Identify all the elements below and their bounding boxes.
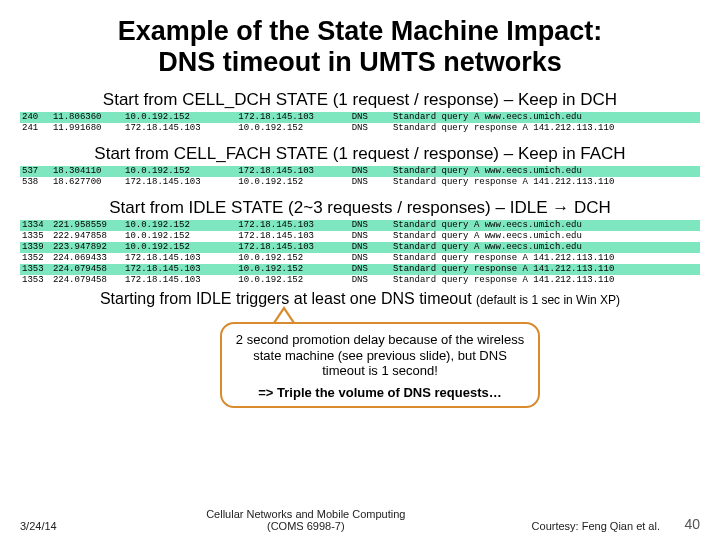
footer-date: 3/24/14	[20, 520, 80, 532]
packet-cell: Standard query response A 141.212.113.11…	[391, 264, 700, 275]
packet-row: 1335222.94785810.0.192.152172.18.145.103…	[20, 231, 700, 242]
packet-cell: 10.0.192.152	[123, 231, 236, 242]
packet-cell: 18.304110	[51, 166, 123, 177]
footer-center-l1: Cellular Networks and Mobile Computing	[206, 508, 405, 520]
packet-cell: Standard query A www.eecs.umich.edu	[391, 231, 700, 242]
title-line-1: Example of the State Machine Impact:	[118, 16, 603, 46]
packet-cell: 172.18.145.103	[236, 231, 349, 242]
packet-cell: DNS	[350, 264, 391, 275]
packet-cell: 10.0.192.152	[236, 264, 349, 275]
packet-cell: 537	[20, 166, 51, 177]
packet-cell: 221.958559	[51, 220, 123, 231]
packet-cell: 1334	[20, 220, 51, 231]
packet-cell: 10.0.192.152	[123, 166, 236, 177]
slide: Example of the State Machine Impact: DNS…	[0, 0, 720, 540]
packet-cell: 10.0.192.152	[236, 275, 349, 286]
packet-cell: Standard query response A 141.212.113.11…	[391, 177, 700, 188]
packet-trace-1: 24011.80636010.0.192.152172.18.145.103DN…	[20, 112, 700, 134]
packet-row: 24011.80636010.0.192.152172.18.145.103DN…	[20, 112, 700, 123]
caption-small: (default is 1 sec in Win XP)	[476, 293, 620, 307]
packet-row: 1352224.069433172.18.145.10310.0.192.152…	[20, 253, 700, 264]
packet-cell: 223.947892	[51, 242, 123, 253]
footer-page-number: 40	[660, 516, 700, 532]
packet-cell: 10.0.192.152	[236, 253, 349, 264]
packet-cell: 240	[20, 112, 51, 123]
packet-cell: 222.947858	[51, 231, 123, 242]
packet-cell: 538	[20, 177, 51, 188]
packet-cell: 172.18.145.103	[123, 264, 236, 275]
packet-cell: 1335	[20, 231, 51, 242]
section-heading-2: Start from CELL_FACH STATE (1 request / …	[20, 144, 700, 164]
packet-cell: 172.18.145.103	[123, 275, 236, 286]
callout-area: 2 second promotion delay because of the …	[20, 312, 700, 462]
packet-cell: 224.079458	[51, 275, 123, 286]
packet-cell: 10.0.192.152	[236, 177, 349, 188]
footer-center: Cellular Networks and Mobile Computing (…	[80, 508, 532, 532]
packet-cell: DNS	[350, 220, 391, 231]
packet-cell: Standard query A www.eecs.umich.edu	[391, 112, 700, 123]
packet-trace-3: 1334221.95855910.0.192.152172.18.145.103…	[20, 220, 700, 286]
packet-cell: 172.18.145.103	[123, 253, 236, 264]
packet-row: 1339223.94789210.0.192.152172.18.145.103…	[20, 242, 700, 253]
packet-cell: Standard query response A 141.212.113.11…	[391, 123, 700, 134]
packet-row: 1353224.079458172.18.145.10310.0.192.152…	[20, 275, 700, 286]
packet-cell: Standard query A www.eecs.umich.edu	[391, 242, 700, 253]
slide-title: Example of the State Machine Impact: DNS…	[20, 16, 700, 78]
packet-cell: Standard query response A 141.212.113.11…	[391, 253, 700, 264]
packet-row: 1353224.079458172.18.145.10310.0.192.152…	[20, 264, 700, 275]
caption-main: Starting from IDLE triggers at least one…	[100, 290, 476, 307]
packet-row: 24111.991680172.18.145.10310.0.192.152DN…	[20, 123, 700, 134]
packet-row: 53718.30411010.0.192.152172.18.145.103DN…	[20, 166, 700, 177]
packet-cell: 1353	[20, 275, 51, 286]
packet-cell: 172.18.145.103	[236, 166, 349, 177]
packet-cell: Standard query response A 141.212.113.11…	[391, 275, 700, 286]
packet-cell: DNS	[350, 123, 391, 134]
packet-cell: Standard query A www.eecs.umich.edu	[391, 166, 700, 177]
packet-cell: 1353	[20, 264, 51, 275]
packet-cell: DNS	[350, 112, 391, 123]
packet-cell: 172.18.145.103	[236, 242, 349, 253]
callout-text-2: => Triple the volume of DNS requests…	[232, 385, 528, 401]
title-line-2: DNS timeout in UMTS networks	[158, 47, 562, 77]
callout-box: 2 second promotion delay because of the …	[220, 322, 540, 408]
caption: Starting from IDLE triggers at least one…	[20, 290, 700, 308]
section-heading-1: Start from CELL_DCH STATE (1 request / r…	[20, 90, 700, 110]
packet-cell: 10.0.192.152	[123, 112, 236, 123]
packet-cell: DNS	[350, 166, 391, 177]
packet-cell: DNS	[350, 253, 391, 264]
packet-cell: DNS	[350, 177, 391, 188]
packet-cell: 241	[20, 123, 51, 134]
packet-cell: 18.627700	[51, 177, 123, 188]
packet-cell: 224.079458	[51, 264, 123, 275]
packet-row: 1334221.95855910.0.192.152172.18.145.103…	[20, 220, 700, 231]
packet-cell: 172.18.145.103	[236, 112, 349, 123]
packet-trace-2: 53718.30411010.0.192.152172.18.145.103DN…	[20, 166, 700, 188]
packet-cell: DNS	[350, 242, 391, 253]
packet-cell: 11.806360	[51, 112, 123, 123]
packet-cell: 172.18.145.103	[123, 177, 236, 188]
packet-row: 53818.627700172.18.145.10310.0.192.152DN…	[20, 177, 700, 188]
footer-center-l2: (COMS 6998-7)	[267, 520, 345, 532]
packet-cell: 10.0.192.152	[123, 242, 236, 253]
packet-cell: 1339	[20, 242, 51, 253]
packet-cell: 10.0.192.152	[236, 123, 349, 134]
footer-courtesy: Courtesy: Feng Qian et al.	[532, 520, 660, 532]
packet-cell: 1352	[20, 253, 51, 264]
callout-text-1: 2 second promotion delay because of the …	[232, 332, 528, 379]
packet-cell: DNS	[350, 275, 391, 286]
section-heading-3: Start from IDLE STATE (2~3 requests / re…	[20, 198, 700, 218]
packet-cell: 172.18.145.103	[123, 123, 236, 134]
packet-cell: 172.18.145.103	[236, 220, 349, 231]
packet-cell: 224.069433	[51, 253, 123, 264]
packet-cell: DNS	[350, 231, 391, 242]
footer: 3/24/14 Cellular Networks and Mobile Com…	[0, 508, 720, 532]
packet-cell: 11.991680	[51, 123, 123, 134]
packet-cell: Standard query A www.eecs.umich.edu	[391, 220, 700, 231]
packet-cell: 10.0.192.152	[123, 220, 236, 231]
